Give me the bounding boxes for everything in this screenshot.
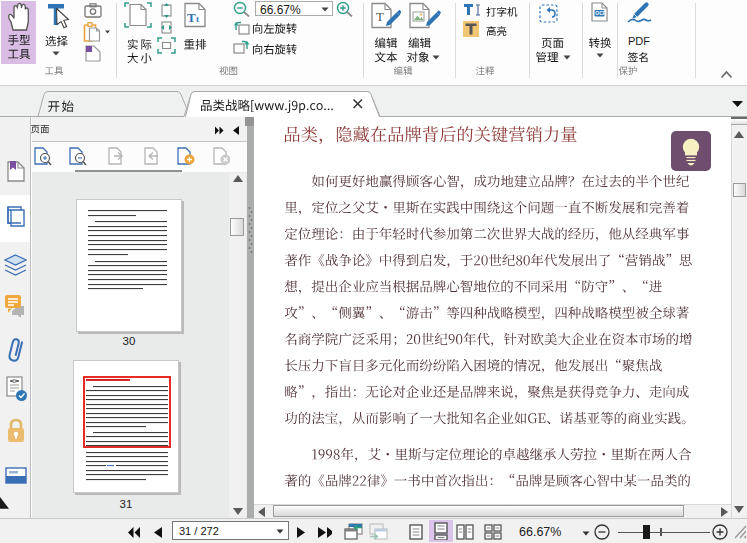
svg-text:T: T — [376, 9, 384, 24]
svg-text:OCR: OCR — [595, 10, 607, 16]
svg-text:T: T — [187, 10, 196, 25]
svg-text:t: t — [196, 14, 199, 24]
